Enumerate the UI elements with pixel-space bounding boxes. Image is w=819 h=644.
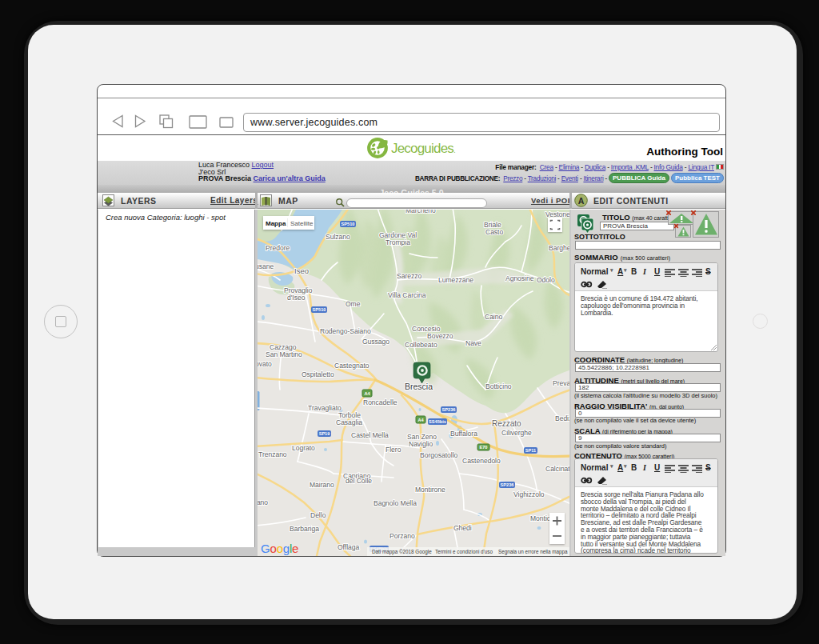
svg-text:San Martino: San Martino	[266, 350, 302, 358]
svg-text:Barbariga: Barbariga	[290, 525, 319, 533]
svg-text:SS45bis: SS45bis	[429, 419, 446, 424]
svg-text:Rodengo-Saiano: Rodengo-Saiano	[320, 327, 371, 335]
svg-text:Villa Carcina: Villa Carcina	[388, 291, 426, 299]
svg-text:Caino: Caino	[485, 313, 502, 321]
svg-text:Castel Mella: Castel Mella	[351, 431, 389, 439]
svg-text:Castenedolo: Castenedolo	[462, 457, 501, 465]
svg-text:Casto: Casto	[485, 228, 503, 236]
svg-text:A4: A4	[417, 418, 424, 422]
svg-text:SP510: SP510	[342, 222, 355, 226]
svg-text:A4: A4	[364, 391, 370, 396]
svg-text:Travagliato: Travagliato	[308, 404, 342, 412]
svg-text:Bovezzo: Bovezzo	[427, 332, 453, 340]
svg-text:Dati mappa ©2018 Google: Dati mappa ©2018 Google	[372, 549, 432, 555]
svg-text:del Colle: del Colle	[346, 477, 372, 485]
svg-text:iano: iano	[258, 498, 268, 506]
svg-text:A: A	[578, 196, 585, 206]
svg-text:Lograto: Lograto	[292, 444, 315, 452]
svg-text:Barghe: Barghe	[549, 244, 569, 252]
svg-text:Lumezzane: Lumezzane	[438, 276, 473, 284]
svg-text:Mairano: Mairano	[310, 481, 334, 489]
svg-text:Satellite: Satellite	[290, 220, 314, 227]
svg-text:Google: Google	[261, 542, 298, 555]
svg-text:Gussago: Gussago	[362, 338, 390, 346]
svg-text:Naviglio: Naviglio	[409, 440, 433, 448]
svg-text:Ghedi: Ghedi	[453, 524, 472, 532]
svg-text:Termini e condizioni d'uso: Termini e condizioni d'uso	[435, 549, 493, 554]
svg-text:Calcinat: Calcinat	[545, 465, 569, 473]
svg-text:SP236: SP236	[501, 482, 514, 487]
svg-text:Porzano: Porzano	[390, 532, 415, 540]
svg-text:Agnosine: Agnosine	[505, 274, 534, 282]
svg-text:Predore: Predore	[266, 244, 290, 252]
svg-text:Preval: Preval	[553, 379, 569, 387]
svg-text:d'Iseo: d'Iseo	[287, 294, 306, 302]
svg-text:Trompia: Trompia	[386, 238, 410, 246]
svg-text:Rezzato: Rezzato	[492, 419, 521, 428]
svg-text:SP11: SP11	[525, 448, 536, 453]
svg-text:Buffalora: Buffalora	[450, 430, 477, 438]
svg-text:Casaglia: Casaglia	[336, 418, 362, 426]
svg-text:Vighizzolo: Vighizzolo	[513, 490, 545, 498]
svg-text:Bediz: Bediz	[555, 414, 569, 422]
svg-text:Dello: Dello	[310, 511, 326, 519]
svg-text:Vestone: Vestone	[545, 210, 569, 218]
svg-text:Iseo: Iseo	[294, 266, 309, 275]
svg-text:Odolo: Odolo	[537, 276, 555, 284]
svg-text:usane: usane	[258, 262, 274, 270]
svg-text:Castegnato: Castegnato	[334, 362, 370, 370]
svg-text:ovato: ovato	[258, 360, 272, 368]
svg-text:Collebeato: Collebeato	[405, 341, 437, 349]
svg-text:E70: E70	[480, 445, 488, 450]
svg-text:SP236: SP236	[442, 407, 456, 412]
svg-text:Borgosatollo: Borgosatollo	[420, 451, 458, 459]
svg-text:Ciliverghe: Ciliverghe	[501, 429, 532, 437]
svg-text:Segnala un errore nella mappa: Segnala un errore nella mappa	[498, 549, 568, 555]
svg-text:Sarezzo: Sarezzo	[397, 272, 421, 280]
svg-text:Roncadelle: Roncadelle	[363, 398, 398, 406]
svg-text:Nave: Nave	[465, 339, 481, 347]
svg-text:Sulzano: Sulzano	[326, 233, 350, 241]
svg-text:Ome: Ome	[346, 300, 361, 308]
svg-text:Trenzano: Trenzano	[258, 450, 287, 458]
svg-text:Brescia: Brescia	[405, 382, 433, 391]
svg-text:Offlaga: Offlaga	[338, 543, 360, 551]
svg-text:Flero: Flero	[386, 446, 402, 454]
svg-text:Mappa: Mappa	[266, 220, 286, 227]
svg-text:Montirone: Montirone	[415, 486, 445, 494]
svg-text:Ospitaletto: Ospitaletto	[302, 370, 334, 378]
svg-text:Marcheno: Marcheno	[406, 210, 436, 214]
svg-text:Bagnolo Mella: Bagnolo Mella	[374, 499, 417, 507]
svg-text:SP510: SP510	[313, 307, 326, 312]
svg-text:Botticino: Botticino	[485, 382, 512, 390]
svg-text:SP19: SP19	[319, 431, 330, 436]
